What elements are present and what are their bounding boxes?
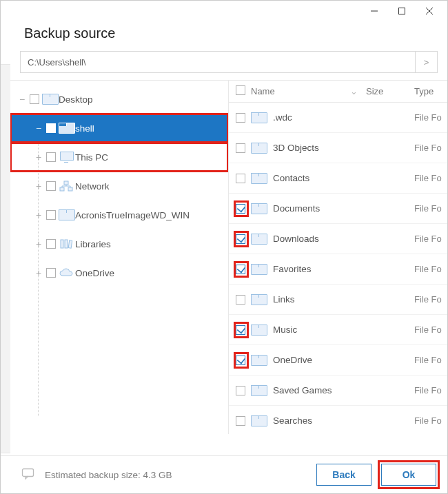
folder-icon [251, 143, 266, 154]
file-row-checkbox[interactable] [236, 234, 251, 244]
column-size-label[interactable]: Size [366, 86, 414, 96]
file-row-checkbox[interactable] [236, 265, 251, 274]
left-gutter [1, 64, 10, 453]
collapse-icon[interactable]: − [16, 94, 28, 104]
file-row-name: Downloads [251, 234, 370, 245]
file-row-checkbox[interactable] [236, 325, 251, 335]
tree-item[interactable]: −Desktop [10, 85, 228, 114]
file-row[interactable]: DocumentsFile Fo [229, 194, 447, 224]
file-row[interactable]: OneDriveFile Fo [229, 345, 447, 375]
path-input[interactable] [20, 51, 416, 73]
file-row[interactable]: FavoritesFile Fo [229, 254, 447, 285]
folder-icon [57, 123, 75, 134]
tree-item[interactable]: −shell [10, 114, 228, 143]
highlight-box [234, 200, 249, 217]
chevron-down-icon: ⌄ [350, 86, 358, 96]
dialog-title: Backup source [24, 25, 431, 41]
file-list[interactable]: Name ⌄ Size Type .wdcFile Fo3D ObjectsFi… [228, 81, 447, 434]
column-name[interactable]: Name ⌄ [251, 86, 366, 96]
file-row-type: File Fo [414, 234, 447, 244]
file-row[interactable]: LinksFile Fo [229, 285, 447, 315]
chevron-right-icon: > [424, 57, 429, 68]
svg-rect-1 [399, 8, 405, 14]
tree-item-checkbox[interactable] [28, 94, 41, 104]
expand-icon[interactable]: + [32, 210, 45, 220]
tree-item[interactable]: +AcronisTrueImageWD_WIN [10, 200, 228, 229]
tree-item-label: Network [75, 181, 110, 192]
file-row-checkbox[interactable] [236, 143, 251, 153]
cloud-icon [57, 267, 75, 278]
file-row-type: File Fo [414, 173, 447, 183]
monitor-icon [57, 152, 75, 163]
folder-icon [251, 294, 266, 305]
ok-button[interactable]: Ok [381, 464, 436, 486]
window-minimize-button[interactable] [360, 1, 388, 21]
tree-item-checkbox[interactable] [45, 268, 57, 278]
tree-item-checkbox[interactable] [45, 152, 57, 162]
tree-item[interactable]: +This PC [10, 143, 228, 172]
file-row-type: File Fo [414, 385, 447, 395]
libraries-icon [57, 238, 75, 249]
select-all-checkbox[interactable] [236, 85, 245, 95]
tree-item[interactable]: +Libraries [10, 229, 228, 258]
folder-icon [41, 94, 59, 105]
file-row-type: File Fo [414, 143, 447, 153]
file-list-header: Name ⌄ Size Type [229, 81, 447, 103]
expand-icon[interactable]: + [32, 268, 45, 278]
svg-rect-8 [65, 240, 68, 248]
window-close-button[interactable] [416, 1, 443, 21]
folder-icon [251, 234, 266, 245]
tree-item-checkbox[interactable] [45, 239, 57, 249]
tree-item-label: This PC [75, 152, 108, 163]
file-row-checkbox[interactable] [236, 386, 251, 395]
collapse-icon[interactable]: − [32, 123, 45, 133]
file-row[interactable]: SearchesFile Fo [229, 406, 447, 434]
tree-item-label: shell [75, 123, 94, 134]
file-row-type: File Fo [414, 325, 447, 335]
folder-icon [251, 355, 266, 366]
highlight-box [234, 261, 249, 278]
file-row[interactable]: MusicFile Fo [229, 315, 447, 345]
tree-item-checkbox[interactable] [45, 181, 57, 191]
file-row[interactable]: .wdcFile Fo [229, 103, 447, 133]
file-row-checkbox[interactable] [236, 113, 251, 123]
tree-item[interactable]: +OneDrive [10, 258, 228, 287]
folder-icon [251, 415, 266, 426]
svg-rect-4 [64, 181, 68, 185]
close-icon [425, 7, 434, 15]
dialog-footer: Estimated backup size: 4.3 GB Back Ok [1, 455, 447, 493]
tree-item-label: Desktop [59, 94, 93, 105]
file-row-checkbox[interactable] [236, 295, 251, 305]
tree-item[interactable]: +Network [10, 172, 228, 200]
file-row[interactable]: Saved GamesFile Fo [229, 375, 447, 406]
file-row-type: File Fo [414, 203, 447, 214]
file-row-checkbox[interactable] [236, 416, 251, 426]
file-row-name: Music [251, 325, 370, 336]
tree-item-checkbox[interactable] [45, 210, 57, 220]
column-type-label[interactable]: Type [414, 86, 447, 96]
folder-icon [251, 325, 266, 336]
file-row[interactable]: 3D ObjectsFile Fo [229, 133, 447, 163]
tree-item-label: OneDrive [75, 268, 114, 278]
file-row[interactable]: ContactsFile Fo [229, 163, 447, 194]
path-go-button[interactable]: > [416, 51, 438, 73]
expand-icon[interactable]: + [32, 239, 45, 249]
svg-rect-6 [68, 187, 72, 191]
tree-item-checkbox[interactable] [45, 123, 57, 133]
back-button[interactable]: Back [316, 464, 371, 486]
file-row[interactable]: DownloadsFile Fo [229, 224, 447, 254]
window-maximize-button[interactable] [388, 1, 416, 21]
folder-icon [57, 209, 75, 220]
expand-icon[interactable]: + [32, 152, 45, 162]
file-row-type: File Fo [414, 264, 447, 274]
expand-icon[interactable]: + [32, 181, 45, 191]
svg-rect-9 [68, 240, 72, 248]
chat-icon[interactable] [21, 468, 35, 482]
highlight-box [234, 231, 249, 247]
folder-tree[interactable]: −Desktop−shell+This PC+Network+AcronisTr… [10, 81, 228, 434]
column-check[interactable] [236, 85, 251, 97]
path-bar: > [20, 51, 438, 73]
file-row-checkbox[interactable] [236, 174, 251, 183]
file-row-checkbox[interactable] [236, 204, 251, 214]
file-row-checkbox[interactable] [236, 356, 251, 365]
